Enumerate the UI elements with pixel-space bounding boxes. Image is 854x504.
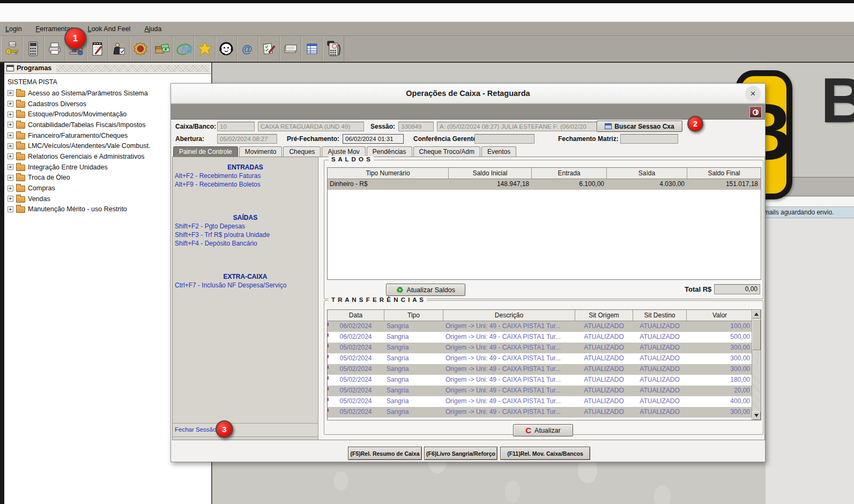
email-at-button[interactable]: @ (237, 36, 258, 62)
pos-terminal-button[interactable] (323, 36, 344, 62)
abertura-field[interactable]: 05/02/2024 08:27 (217, 134, 277, 144)
sessao-info-field[interactable]: A: (05/02/2024 08:27) JULIA ESTEFANE F: … (437, 122, 601, 131)
menu-login[interactable]: Login (5, 25, 22, 33)
transfer-row[interactable]: 05/02/2024 Sangria Origem -> Uni: 49 - C… (328, 364, 761, 375)
col-valor[interactable]: Valor (687, 310, 753, 321)
col-sit-origem[interactable]: Sit Origem (575, 310, 633, 321)
fechar-sessao-link[interactable]: Fechar Sessão (175, 426, 216, 433)
shortcut-inclusao-nf[interactable]: Ctrl+F7 - Inclusão NF Despesa/Serviço (175, 281, 286, 289)
cell-descricao: Origem -> Uni: 49 - CAIXA PISTA1 Tur... (443, 321, 575, 332)
col-entrada[interactable]: Entrada (532, 168, 607, 179)
buscar-sessao-button[interactable]: Buscar Sessao Cxa (597, 121, 682, 132)
scroll-up-icon[interactable] (752, 310, 761, 318)
expand-plus-icon[interactable] (8, 175, 13, 181)
fechamento-matriz-field[interactable] (620, 134, 678, 144)
transfer-row[interactable]: 05/02/2024 Sangria Origem -> Uni: 49 - C… (328, 343, 761, 353)
cell-tipo: Sangria (384, 343, 443, 353)
transfer-row[interactable]: 05/02/2024 Sangria Origem -> Uni: 49 - C… (328, 407, 761, 418)
expand-plus-icon[interactable] (8, 186, 13, 191)
expand-plus-icon[interactable] (8, 101, 13, 107)
login-key-button[interactable]: LOG (1, 36, 23, 62)
col-tipo[interactable]: Tipo (384, 310, 443, 321)
info-button[interactable] (749, 106, 762, 118)
atualizar-button[interactable]: C Atualizar (513, 424, 573, 436)
shortcut-deposito-bancario[interactable]: Shift+F4 - Depósito Bancário (175, 240, 257, 247)
money-box-button[interactable] (151, 36, 173, 62)
envelope-icon (283, 42, 299, 55)
conferencia-gerente-field[interactable] (474, 134, 534, 144)
tab-eventos[interactable]: Eventos (481, 146, 516, 157)
notepad-button[interactable] (87, 36, 108, 62)
nfe-button[interactable]: NFe (173, 36, 194, 62)
expand-plus-icon[interactable] (8, 164, 13, 170)
envelope-button[interactable] (280, 36, 301, 62)
expand-plus-icon[interactable] (8, 112, 13, 117)
f5-resumo-caixa-button[interactable]: (F5)Rel. Resumo de Caixa (348, 447, 422, 460)
tab-movimento[interactable]: Movimento (239, 146, 283, 157)
close-icon[interactable] (745, 86, 761, 101)
report-table-button[interactable] (301, 36, 323, 62)
star-button[interactable] (194, 36, 216, 62)
transfer-row[interactable]: 05/02/2024 Sangria Origem -> Uni: 49 - C… (328, 386, 761, 396)
menu-look-and-feel[interactable]: Look And Feel (87, 25, 130, 33)
expand-plus-icon[interactable] (8, 122, 13, 128)
tree-item-label: Financeiro/Faturamento/Cheques (28, 132, 128, 139)
scroll-down-icon[interactable] (752, 411, 761, 420)
email-status-row[interactable]: e-mails aguardando envio. (757, 207, 854, 218)
attendant-check-button[interactable] (108, 36, 130, 62)
col-saldo-inicial[interactable]: Saldo Inicial (449, 168, 532, 179)
printer-button[interactable] (44, 36, 65, 62)
tab-ajuste-mov[interactable]: Ajuste Mov (322, 146, 365, 157)
pre-fechamento-field[interactable]: 06/02/2024 01:31 (343, 134, 404, 144)
col-data[interactable]: Data (328, 310, 384, 321)
caixa-banco-code-field[interactable]: 10 (217, 122, 255, 131)
refresh-recycle-icon: ♻ (396, 286, 403, 294)
checklist-button[interactable] (258, 36, 280, 62)
transferencias-scrollbar[interactable] (752, 310, 761, 420)
transfer-row[interactable]: 05/02/2024 Sangria Origem -> Uni: 49 - C… (328, 375, 761, 386)
tree-item-label: Cadastros Diversos (28, 100, 86, 108)
shortcut-pgto-despesas[interactable]: Shift+F2 - Pgto Depesas (175, 223, 245, 230)
tab-cheque-troco-adm[interactable]: Cheque Troco/Adm (413, 146, 480, 157)
f6-livro-sangria-button[interactable]: (F6)Livro Sangria/Reforço (424, 447, 497, 460)
transfer-row[interactable]: 05/02/2024 Sangria Origem -> Uni: 49 - C… (328, 353, 761, 364)
tab-cheques[interactable]: Cheques (283, 146, 321, 157)
tab-pendencias[interactable]: Pendências (367, 146, 412, 157)
scrollbar-thumb[interactable] (752, 319, 761, 350)
expand-plus-icon[interactable] (8, 153, 13, 159)
tab-painel-de-controle[interactable]: Painel de Controle (173, 146, 238, 157)
atualizar-saldos-button[interactable]: ♻ Atualizar Saldos (386, 284, 465, 296)
transfer-row[interactable]: 05/02/2024 Sangria Origem -> Uni: 49 - C… (328, 396, 761, 407)
transfer-row[interactable]: 06/02/2024 Sangria Origem -> Uni: 49 - C… (328, 332, 761, 343)
f11-rel-mov-caixa-button[interactable]: (F11)Rel. Mov. Caixa/Bancos (500, 447, 590, 460)
col-tipo-numerario[interactable]: Tipo Numerário (328, 168, 449, 179)
saldos-row-dinheiro[interactable]: Dinheiro - R$ 148.947,18 6.100,00 4.030,… (328, 179, 761, 190)
support-headset-button[interactable] (216, 36, 237, 62)
shortcut-recebimento-faturas[interactable]: Alt+F2 - Recebimento Faturas (175, 172, 261, 180)
shortcut-trf-outra-unidade[interactable]: Shift+F3 - Trf R$ p/outra Unidade (175, 231, 270, 239)
calculator-button[interactable] (23, 36, 44, 62)
shortcut-recebimento-boletos[interactable]: Alt+F9 - Recebimento Boletos (175, 181, 261, 188)
expand-plus-icon[interactable] (8, 143, 13, 149)
col-sit-destino[interactable]: Sit Destino (633, 310, 687, 321)
col-saida[interactable]: Saída (607, 168, 687, 179)
seal-button[interactable] (130, 36, 151, 62)
dialog-titlebar[interactable]: Operações de Caixa - Retaguarda (171, 84, 765, 103)
total-field[interactable]: 0,00 (714, 284, 760, 294)
cell-sit-origem: ATUALIZADO (575, 375, 633, 386)
transfer-row[interactable]: 06/02/2024 Sangria Origem -> Uni: 49 - C… (328, 321, 761, 332)
caixa-banco-name-field[interactable]: CAIXA RETAGUARDA (UND 49) (258, 122, 364, 131)
expand-plus-icon[interactable] (8, 132, 13, 138)
abertura-label: Abertura: (175, 134, 204, 144)
panel-header-grip[interactable] (56, 65, 209, 72)
sessao-code-field[interactable]: 330849 (398, 122, 434, 131)
col-descricao[interactable]: Descrição (443, 310, 575, 321)
expand-plus-icon[interactable] (8, 196, 13, 202)
expand-plus-icon[interactable] (8, 90, 13, 96)
annotation-badge-3: 3 (216, 420, 233, 438)
menu-ajuda[interactable]: Ajuda (144, 25, 161, 33)
expand-plus-icon[interactable] (8, 206, 13, 212)
cell-saldo-inicial: 148.947,18 (449, 179, 532, 190)
col-saldo-final[interactable]: Saldo Final (687, 168, 761, 179)
programs-panel-header[interactable]: Programas (4, 63, 211, 74)
